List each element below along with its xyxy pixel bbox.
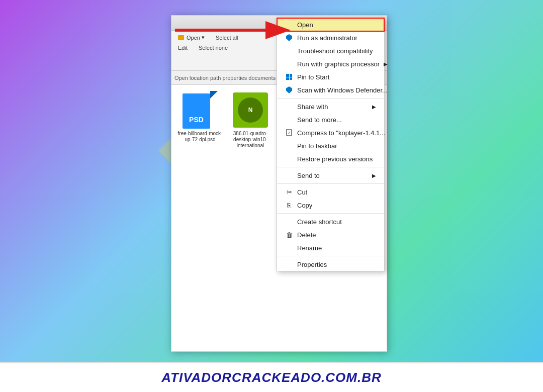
separator-1 bbox=[277, 98, 384, 99]
properties-label: Properties bbox=[297, 261, 327, 268]
arrow-container bbox=[175, 21, 291, 39]
send-to-arrow: ▶ bbox=[372, 173, 376, 178]
context-menu-pin-taskbar[interactable]: Pin to taskbar bbox=[277, 139, 384, 152]
send-to-icon bbox=[285, 171, 293, 179]
edit-label: Edit bbox=[178, 45, 188, 51]
compress-text: Z bbox=[288, 131, 290, 135]
arrow-annotation bbox=[175, 21, 291, 39]
delete-icon: 🗑 bbox=[285, 231, 293, 239]
arrow-head bbox=[265, 21, 291, 39]
psd-body: PSD bbox=[183, 93, 210, 129]
send-to-label: Send to bbox=[297, 172, 320, 179]
context-menu-create-shortcut[interactable]: Create shortcut bbox=[277, 215, 384, 228]
context-menu-troubleshoot[interactable]: Troubleshoot compatibility bbox=[277, 44, 384, 57]
context-menu-restore-versions[interactable]: Restore previous versions bbox=[277, 152, 384, 165]
nvidia-file-icon: N bbox=[232, 91, 269, 129]
windows-logo-icon bbox=[286, 74, 292, 80]
select-none-label: Select none bbox=[199, 45, 228, 51]
main-container: ─ □ ✕ Open ▾ Select all Edit bbox=[0, 0, 543, 392]
share-with-label: Share with bbox=[297, 103, 328, 111]
compress-icon: Z bbox=[285, 129, 293, 137]
context-menu-pin-start[interactable]: Pin to Start bbox=[277, 70, 384, 83]
properties-icon bbox=[285, 260, 293, 268]
delete-label: Delete bbox=[297, 231, 316, 239]
context-menu-copy[interactable]: ⎘ Copy bbox=[277, 199, 384, 212]
run-admin-label: Run as administrator bbox=[297, 34, 357, 42]
troubleshoot-icon bbox=[285, 47, 293, 55]
context-menu-properties[interactable]: Properties bbox=[277, 258, 384, 271]
psd-fold bbox=[210, 91, 218, 99]
rename-label: Rename bbox=[297, 244, 322, 252]
pin-taskbar-label: Pin to taskbar bbox=[297, 142, 337, 150]
separator-4 bbox=[277, 213, 384, 214]
context-menu-share-with[interactable]: Share with ▶ bbox=[277, 100, 384, 113]
pin-start-icon bbox=[285, 73, 293, 81]
shortcut-icon bbox=[285, 218, 293, 226]
context-menu-rename[interactable]: Rename bbox=[277, 241, 384, 254]
compress-label: Compress to "koplayer-1.4.1... bbox=[297, 129, 385, 137]
create-shortcut-label: Create shortcut bbox=[297, 218, 342, 226]
win-q4 bbox=[290, 77, 293, 80]
context-menu-cut[interactable]: ✂ Cut bbox=[277, 185, 384, 199]
rename-icon bbox=[285, 244, 293, 252]
restore-icon bbox=[285, 155, 293, 163]
win-q2 bbox=[290, 74, 293, 77]
context-menu-send-more[interactable]: Send to more... bbox=[277, 113, 384, 126]
restore-versions-label: Restore previous versions bbox=[297, 155, 373, 163]
win-q3 bbox=[286, 77, 289, 80]
open-menu-label: Open bbox=[297, 21, 313, 29]
separator-5 bbox=[277, 256, 384, 256]
copy-label: Copy bbox=[297, 202, 312, 209]
psd-icon-shape: PSD bbox=[183, 91, 218, 129]
share-icon bbox=[285, 103, 293, 111]
banner-text: ATIVADORCRACKEADO.COM.BR bbox=[161, 370, 382, 385]
compress-shape: Z bbox=[286, 129, 292, 136]
gpu-icon bbox=[285, 60, 293, 68]
pin-taskbar-icon bbox=[285, 142, 293, 150]
edit-button[interactable]: Edit bbox=[175, 43, 190, 52]
context-menu-compress[interactable]: Z Compress to "koplayer-1.4.1... bbox=[277, 126, 384, 139]
win-q1 bbox=[286, 74, 289, 77]
send-more-label: Send to more... bbox=[297, 116, 342, 124]
share-submenu-arrow: ▶ bbox=[372, 104, 376, 110]
list-item[interactable]: N 386.01-quadro-desktop-win10-internatio… bbox=[228, 91, 273, 352]
pin-start-label: Pin to Start bbox=[297, 73, 329, 81]
scan-defender-label: Scan with Windows Defender... bbox=[297, 86, 388, 94]
nvidia-icon-shape: N bbox=[233, 92, 268, 128]
context-menu-delete[interactable]: 🗑 Delete bbox=[277, 228, 384, 241]
cut-label: Cut bbox=[297, 188, 307, 196]
context-menu-run-gpu[interactable]: Run with graphics processor ▶ bbox=[277, 57, 384, 70]
separator-2 bbox=[277, 167, 384, 167]
run-gpu-label: Run with graphics processor bbox=[297, 60, 380, 68]
context-menu-scan-defender[interactable]: Scan with Windows Defender... bbox=[277, 83, 384, 96]
context-menu-send-to[interactable]: Send to ▶ bbox=[277, 169, 384, 182]
cut-icon: ✂ bbox=[285, 188, 293, 196]
file-name: free-billboard-mock-up-72-dpi.psd bbox=[177, 131, 223, 143]
separator-3 bbox=[277, 183, 384, 184]
psd-label: PSD bbox=[183, 116, 210, 124]
arrow-shaft bbox=[175, 29, 265, 32]
defender-shield-icon bbox=[286, 86, 292, 93]
nvidia-inner: N bbox=[238, 97, 263, 123]
psd-file-icon: PSD bbox=[182, 91, 219, 129]
defender-icon bbox=[285, 86, 293, 94]
send-more-icon bbox=[285, 116, 293, 124]
list-item[interactable]: PSD free-billboard-mock-up-72-dpi.psd bbox=[177, 91, 223, 352]
nvidia-text: N bbox=[248, 107, 253, 114]
troubleshoot-label: Troubleshoot compatibility bbox=[297, 47, 373, 55]
context-menu-run-admin[interactable]: Run as administrator bbox=[277, 31, 384, 44]
copy-icon: ⎘ bbox=[285, 201, 293, 209]
submenu-arrow: ▶ bbox=[384, 61, 388, 67]
select-none-button[interactable]: Select none bbox=[196, 43, 230, 52]
bottom-banner: ATIVADORCRACKEADO.COM.BR bbox=[0, 362, 543, 392]
file-name: 386.01-quadro-desktop-win10-internationa… bbox=[228, 131, 273, 149]
context-menu-open[interactable]: Open bbox=[277, 18, 384, 31]
context-menu: Open Run as administrator Troubleshoot c… bbox=[277, 18, 385, 271]
